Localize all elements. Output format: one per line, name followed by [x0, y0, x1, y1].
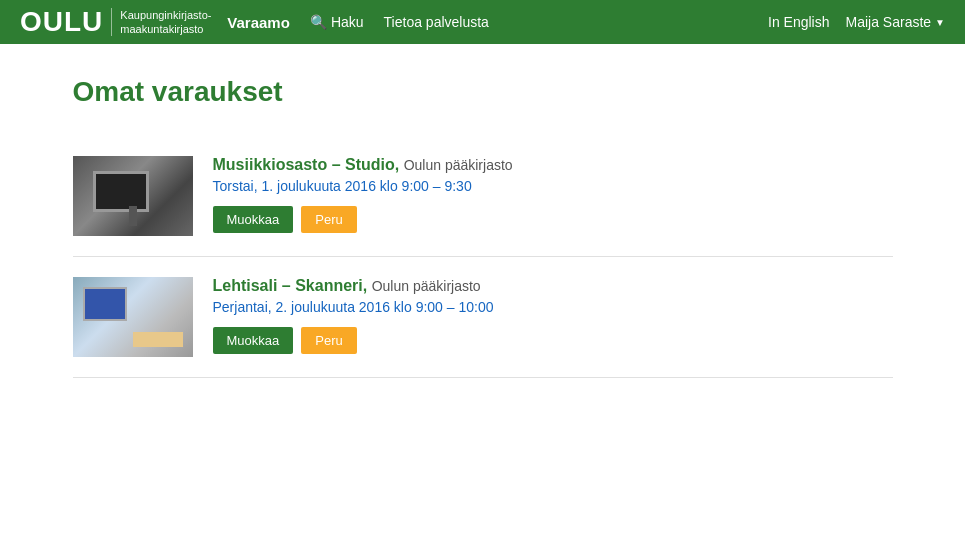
nav-search-link[interactable]: 🔍 Haku — [302, 10, 372, 34]
user-menu[interactable]: Maija Saraste ▼ — [846, 14, 946, 30]
site-header: OULU Kaupunginkirjasto- maakuntakirjasto… — [0, 0, 965, 44]
edit-button[interactable]: Muokkaa — [213, 327, 294, 354]
reservation-image — [73, 277, 193, 357]
language-toggle[interactable]: In English — [768, 14, 829, 30]
btn-group: Muokkaa Peru — [213, 206, 893, 233]
room-name: Lehtisali – Skanneri, — [213, 277, 368, 294]
logo-oulu[interactable]: OULU — [20, 6, 103, 38]
header-right: In English Maija Saraste ▼ — [768, 14, 945, 30]
page-title: Omat varaukset — [73, 76, 893, 108]
main-content: Omat varaukset Musiikkiosasto – Studio, … — [33, 44, 933, 410]
room-name: Musiikkiosasto – Studio, — [213, 156, 400, 173]
edit-button[interactable]: Muokkaa — [213, 206, 294, 233]
cancel-button[interactable]: Peru — [301, 206, 356, 233]
reservation-item: Lehtisali – Skanneri, Oulun pääkirjasto … — [73, 257, 893, 378]
reservation-time: Perjantai, 2. joulukuuta 2016 klo 9:00 –… — [213, 299, 893, 315]
reservation-image — [73, 156, 193, 236]
logo-container: OULU Kaupunginkirjasto- maakuntakirjasto — [20, 6, 211, 38]
chevron-down-icon: ▼ — [935, 17, 945, 28]
reservation-details: Musiikkiosasto – Studio, Oulun pääkirjas… — [213, 156, 893, 233]
nav-info-link[interactable]: Tietoa palvelusta — [376, 10, 497, 34]
reservation-location: Oulun pääkirjasto — [404, 157, 513, 173]
user-name: Maija Saraste — [846, 14, 932, 30]
nav-varaamo[interactable]: Varaamo — [227, 14, 290, 31]
reservation-details: Lehtisali – Skanneri, Oulun pääkirjasto … — [213, 277, 893, 354]
main-nav: Varaamo 🔍 Haku Tietoa palvelusta — [227, 10, 497, 34]
reservation-list: Musiikkiosasto – Studio, Oulun pääkirjas… — [73, 136, 893, 378]
reservation-item: Musiikkiosasto – Studio, Oulun pääkirjas… — [73, 136, 893, 257]
search-icon: 🔍 — [310, 14, 327, 30]
btn-group: Muokkaa Peru — [213, 327, 893, 354]
reservation-location: Oulun pääkirjasto — [372, 278, 481, 294]
cancel-button[interactable]: Peru — [301, 327, 356, 354]
logo-subtitle: Kaupunginkirjasto- maakuntakirjasto — [111, 8, 211, 37]
reservation-title: Musiikkiosasto – Studio, Oulun pääkirjas… — [213, 156, 893, 174]
reservation-time: Torstai, 1. joulukuuta 2016 klo 9:00 – 9… — [213, 178, 893, 194]
reservation-title: Lehtisali – Skanneri, Oulun pääkirjasto — [213, 277, 893, 295]
